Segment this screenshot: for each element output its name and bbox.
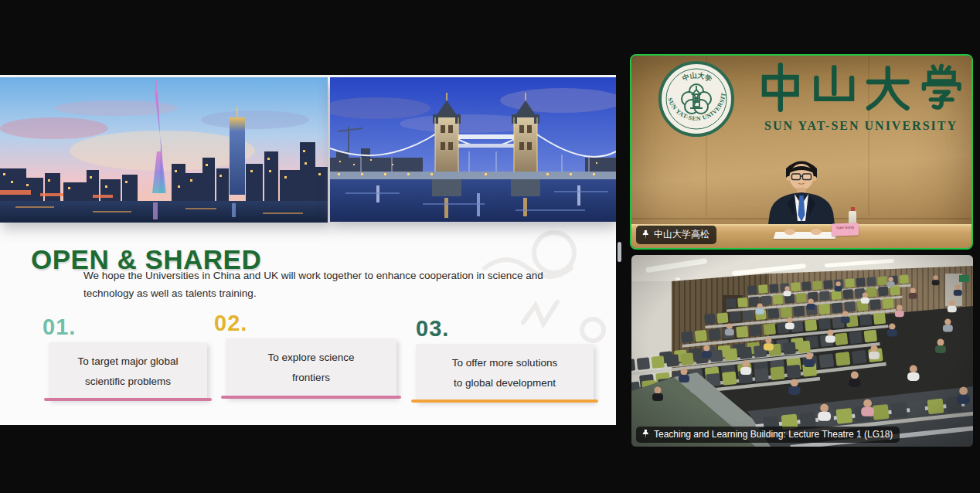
point-text-line1: To explore science — [226, 348, 396, 368]
slide-intro-line1: We hope the Universities in China and UK… — [83, 267, 543, 284]
point-text-line2: frontiers — [226, 368, 396, 388]
name-card: Gao Song — [832, 223, 859, 236]
shared-screen-slide: OPEN & SHARED We hope the Universities i… — [0, 75, 616, 425]
point-card: To target major global scientific proble… — [49, 342, 207, 400]
point-text-line2: to global development — [416, 373, 594, 393]
sysu-en-name: SUN YAT-SEN UNIVERSITY — [754, 119, 968, 133]
guangzhou-skyline-photo — [0, 77, 328, 223]
point-accent-underline — [411, 400, 598, 403]
point-text-line1: To target major global — [49, 352, 207, 372]
point-text-line2: scientific problems — [49, 372, 207, 392]
slide-point-2: 02. To explore science frontiers — [214, 311, 400, 397]
video-tile-speaker[interactable]: SUN YAT-SEN UNIVERSITY 中山大学 — [630, 54, 973, 250]
audience-tile-label-text: Teaching and Learning Building: Lecture … — [654, 429, 893, 440]
speaker-hand — [811, 229, 822, 235]
point-accent-underline — [221, 396, 401, 399]
point-card: To explore science frontiers — [226, 338, 396, 397]
speaker-tile-label-text: 中山大学高松 — [654, 228, 709, 241]
zoom-meeting-window: OPEN & SHARED We hope the Universities i… — [0, 0, 980, 493]
speaker-tile-label: 中山大学高松 — [636, 226, 716, 244]
pin-icon — [641, 230, 650, 240]
point-number: 01. — [43, 314, 228, 340]
speaker-hand — [784, 229, 795, 235]
pin-icon — [641, 430, 650, 439]
sysu-wall-sign: SUN YAT-SEN UNIVERSITY — [754, 63, 968, 133]
slide-intro-text: We hope the Universities in China and UK… — [83, 267, 543, 302]
papers-on-desk — [774, 232, 838, 239]
point-number: 02. — [214, 311, 400, 336]
sysu-seal-logo: SUN YAT-SEN UNIVERSITY 中山大学 — [658, 60, 735, 138]
point-accent-underline — [44, 398, 212, 401]
audience-tile-label: Teaching and Learning Building: Lecture … — [636, 427, 900, 443]
slide-point-1: 01. To target major global scientific pr… — [43, 314, 228, 400]
video-tile-audience[interactable]: Teaching and Learning Building: Lecture … — [631, 255, 973, 447]
point-text-line1: To offer more solutions — [416, 353, 594, 373]
lecture-theatre-scene — [631, 255, 973, 447]
point-number: 03. — [416, 316, 601, 342]
panel-resize-handle[interactable] — [618, 242, 621, 262]
london-tower-bridge-photo — [330, 77, 616, 222]
slide-point-3: 03. To offer more solutions to global de… — [416, 316, 601, 401]
sysu-cn-characters — [756, 63, 966, 112]
slide-intro-line2: technology as well as talents training. — [83, 284, 543, 302]
point-card: To offer more solutions to global develo… — [416, 344, 594, 401]
